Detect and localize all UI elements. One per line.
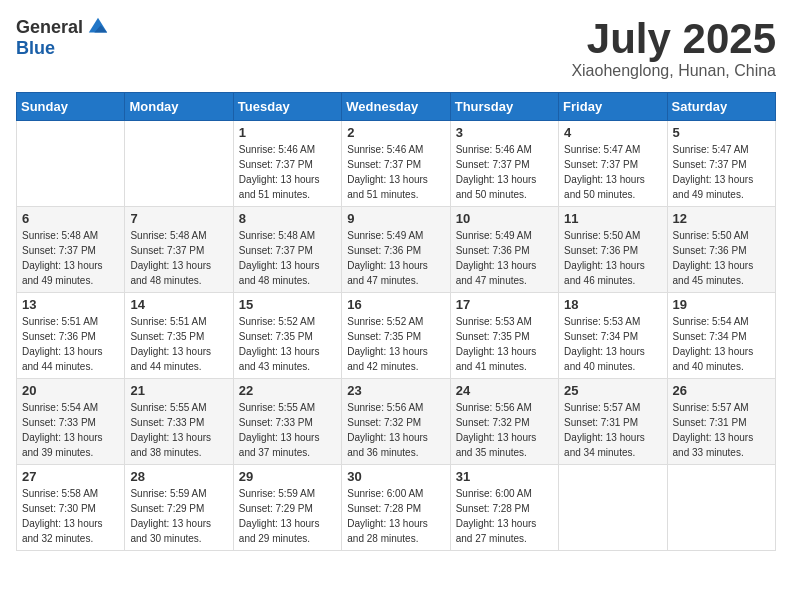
day-number: 11 [564, 211, 661, 226]
day-number: 30 [347, 469, 444, 484]
calendar-cell: 31Sunrise: 6:00 AM Sunset: 7:28 PM Dayli… [450, 465, 558, 551]
calendar-cell: 7Sunrise: 5:48 AM Sunset: 7:37 PM Daylig… [125, 207, 233, 293]
day-number: 1 [239, 125, 336, 140]
day-info: Sunrise: 5:54 AM Sunset: 7:34 PM Dayligh… [673, 314, 770, 374]
calendar-cell: 26Sunrise: 5:57 AM Sunset: 7:31 PM Dayli… [667, 379, 775, 465]
calendar-week-1: 1Sunrise: 5:46 AM Sunset: 7:37 PM Daylig… [17, 121, 776, 207]
day-number: 16 [347, 297, 444, 312]
calendar-week-4: 20Sunrise: 5:54 AM Sunset: 7:33 PM Dayli… [17, 379, 776, 465]
day-number: 27 [22, 469, 119, 484]
calendar-cell: 15Sunrise: 5:52 AM Sunset: 7:35 PM Dayli… [233, 293, 341, 379]
day-info: Sunrise: 5:53 AM Sunset: 7:34 PM Dayligh… [564, 314, 661, 374]
calendar-cell: 21Sunrise: 5:55 AM Sunset: 7:33 PM Dayli… [125, 379, 233, 465]
day-info: Sunrise: 5:51 AM Sunset: 7:35 PM Dayligh… [130, 314, 227, 374]
calendar-cell: 14Sunrise: 5:51 AM Sunset: 7:35 PM Dayli… [125, 293, 233, 379]
calendar-cell: 28Sunrise: 5:59 AM Sunset: 7:29 PM Dayli… [125, 465, 233, 551]
calendar-cell: 9Sunrise: 5:49 AM Sunset: 7:36 PM Daylig… [342, 207, 450, 293]
weekday-header-monday: Monday [125, 93, 233, 121]
weekday-header-friday: Friday [559, 93, 667, 121]
day-number: 22 [239, 383, 336, 398]
calendar-cell: 6Sunrise: 5:48 AM Sunset: 7:37 PM Daylig… [17, 207, 125, 293]
calendar-cell [667, 465, 775, 551]
calendar-cell: 19Sunrise: 5:54 AM Sunset: 7:34 PM Dayli… [667, 293, 775, 379]
day-info: Sunrise: 5:53 AM Sunset: 7:35 PM Dayligh… [456, 314, 553, 374]
calendar-cell: 10Sunrise: 5:49 AM Sunset: 7:36 PM Dayli… [450, 207, 558, 293]
day-info: Sunrise: 5:49 AM Sunset: 7:36 PM Dayligh… [456, 228, 553, 288]
day-info: Sunrise: 5:47 AM Sunset: 7:37 PM Dayligh… [564, 142, 661, 202]
calendar-cell: 25Sunrise: 5:57 AM Sunset: 7:31 PM Dayli… [559, 379, 667, 465]
logo: General Blue [16, 16, 109, 59]
calendar-cell: 3Sunrise: 5:46 AM Sunset: 7:37 PM Daylig… [450, 121, 558, 207]
day-info: Sunrise: 5:49 AM Sunset: 7:36 PM Dayligh… [347, 228, 444, 288]
day-number: 18 [564, 297, 661, 312]
calendar-cell [559, 465, 667, 551]
day-info: Sunrise: 5:46 AM Sunset: 7:37 PM Dayligh… [239, 142, 336, 202]
calendar-cell: 20Sunrise: 5:54 AM Sunset: 7:33 PM Dayli… [17, 379, 125, 465]
day-number: 13 [22, 297, 119, 312]
day-info: Sunrise: 5:59 AM Sunset: 7:29 PM Dayligh… [239, 486, 336, 546]
day-number: 21 [130, 383, 227, 398]
day-number: 14 [130, 297, 227, 312]
day-info: Sunrise: 5:56 AM Sunset: 7:32 PM Dayligh… [456, 400, 553, 460]
day-number: 6 [22, 211, 119, 226]
day-number: 26 [673, 383, 770, 398]
calendar-cell: 24Sunrise: 5:56 AM Sunset: 7:32 PM Dayli… [450, 379, 558, 465]
page-header: General Blue July 2025 Xiaohenglong, Hun… [16, 16, 776, 80]
calendar-cell: 2Sunrise: 5:46 AM Sunset: 7:37 PM Daylig… [342, 121, 450, 207]
day-number: 23 [347, 383, 444, 398]
day-number: 8 [239, 211, 336, 226]
weekday-header-saturday: Saturday [667, 93, 775, 121]
day-number: 24 [456, 383, 553, 398]
day-number: 10 [456, 211, 553, 226]
calendar-cell: 30Sunrise: 6:00 AM Sunset: 7:28 PM Dayli… [342, 465, 450, 551]
calendar-cell: 23Sunrise: 5:56 AM Sunset: 7:32 PM Dayli… [342, 379, 450, 465]
calendar-cell: 18Sunrise: 5:53 AM Sunset: 7:34 PM Dayli… [559, 293, 667, 379]
day-info: Sunrise: 5:46 AM Sunset: 7:37 PM Dayligh… [456, 142, 553, 202]
calendar-cell: 13Sunrise: 5:51 AM Sunset: 7:36 PM Dayli… [17, 293, 125, 379]
day-info: Sunrise: 5:57 AM Sunset: 7:31 PM Dayligh… [673, 400, 770, 460]
day-info: Sunrise: 5:50 AM Sunset: 7:36 PM Dayligh… [673, 228, 770, 288]
calendar-week-2: 6Sunrise: 5:48 AM Sunset: 7:37 PM Daylig… [17, 207, 776, 293]
month-title: July 2025 [571, 16, 776, 62]
day-number: 2 [347, 125, 444, 140]
title-block: July 2025 Xiaohenglong, Hunan, China [571, 16, 776, 80]
location-text: Xiaohenglong, Hunan, China [571, 62, 776, 80]
day-info: Sunrise: 5:59 AM Sunset: 7:29 PM Dayligh… [130, 486, 227, 546]
day-info: Sunrise: 5:50 AM Sunset: 7:36 PM Dayligh… [564, 228, 661, 288]
day-number: 25 [564, 383, 661, 398]
calendar-cell [125, 121, 233, 207]
weekday-header-row: SundayMondayTuesdayWednesdayThursdayFrid… [17, 93, 776, 121]
calendar-cell: 17Sunrise: 5:53 AM Sunset: 7:35 PM Dayli… [450, 293, 558, 379]
day-number: 17 [456, 297, 553, 312]
day-number: 19 [673, 297, 770, 312]
day-info: Sunrise: 5:56 AM Sunset: 7:32 PM Dayligh… [347, 400, 444, 460]
calendar-cell: 5Sunrise: 5:47 AM Sunset: 7:37 PM Daylig… [667, 121, 775, 207]
day-info: Sunrise: 5:46 AM Sunset: 7:37 PM Dayligh… [347, 142, 444, 202]
weekday-header-thursday: Thursday [450, 93, 558, 121]
logo-general-text: General [16, 17, 83, 38]
calendar-week-3: 13Sunrise: 5:51 AM Sunset: 7:36 PM Dayli… [17, 293, 776, 379]
calendar-cell: 1Sunrise: 5:46 AM Sunset: 7:37 PM Daylig… [233, 121, 341, 207]
calendar-table: SundayMondayTuesdayWednesdayThursdayFrid… [16, 92, 776, 551]
day-number: 15 [239, 297, 336, 312]
day-number: 28 [130, 469, 227, 484]
calendar-cell: 16Sunrise: 5:52 AM Sunset: 7:35 PM Dayli… [342, 293, 450, 379]
day-info: Sunrise: 5:55 AM Sunset: 7:33 PM Dayligh… [239, 400, 336, 460]
calendar-cell [17, 121, 125, 207]
calendar-cell: 11Sunrise: 5:50 AM Sunset: 7:36 PM Dayli… [559, 207, 667, 293]
day-info: Sunrise: 5:52 AM Sunset: 7:35 PM Dayligh… [239, 314, 336, 374]
calendar-cell: 12Sunrise: 5:50 AM Sunset: 7:36 PM Dayli… [667, 207, 775, 293]
day-info: Sunrise: 5:48 AM Sunset: 7:37 PM Dayligh… [239, 228, 336, 288]
calendar-cell: 4Sunrise: 5:47 AM Sunset: 7:37 PM Daylig… [559, 121, 667, 207]
day-number: 7 [130, 211, 227, 226]
day-info: Sunrise: 5:52 AM Sunset: 7:35 PM Dayligh… [347, 314, 444, 374]
day-number: 5 [673, 125, 770, 140]
calendar-cell: 27Sunrise: 5:58 AM Sunset: 7:30 PM Dayli… [17, 465, 125, 551]
weekday-header-wednesday: Wednesday [342, 93, 450, 121]
calendar-cell: 29Sunrise: 5:59 AM Sunset: 7:29 PM Dayli… [233, 465, 341, 551]
day-number: 3 [456, 125, 553, 140]
day-number: 9 [347, 211, 444, 226]
calendar-week-5: 27Sunrise: 5:58 AM Sunset: 7:30 PM Dayli… [17, 465, 776, 551]
day-info: Sunrise: 5:48 AM Sunset: 7:37 PM Dayligh… [130, 228, 227, 288]
logo-blue-text: Blue [16, 38, 55, 59]
